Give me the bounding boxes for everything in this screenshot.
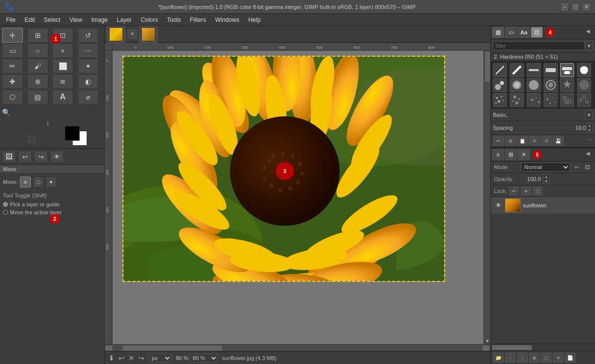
blend-tool[interactable]: ▤ [27,90,48,104]
foreground-color-swatch[interactable] [65,126,80,141]
brush-cell-8[interactable] [510,78,524,92]
mode-history-btn[interactable]: ↩ [572,163,581,172]
panel-scrollbar[interactable] [491,344,595,351]
layer-up-btn[interactable]: ↑ [505,353,516,363]
undo-button[interactable]: ↩ [18,151,32,163]
clone-tool[interactable]: ⊕ [27,74,48,89]
brush-edit-btn[interactable]: ✏ [493,136,504,146]
menu-tools[interactable]: Tools [163,15,185,24]
vertical-scrollbar[interactable]: ▼ [483,51,490,344]
radio-move-active-btn[interactable] [3,210,8,215]
menu-layer[interactable]: Layer [113,15,136,24]
brush-cell-4[interactable] [544,63,558,77]
minimize-button[interactable]: – [560,2,569,11]
heal-tool[interactable]: ✚ [2,74,23,89]
layers-paths-tab[interactable]: ⊞ [505,149,517,160]
layer-visible-btn[interactable]: 👁 [494,201,503,210]
redo-button[interactable]: ↪ [34,151,48,163]
radio-pick-layer[interactable]: Pick a layer or guide [3,200,101,208]
brush-cell-2[interactable] [510,63,524,77]
new-layer-btn[interactable]: 📄 [565,353,576,363]
airbrush-tool[interactable]: ✦ [78,59,99,74]
new-image-button[interactable]: 🖼 [2,151,16,163]
brush-cell-12[interactable] [577,78,591,92]
maximize-button[interactable]: □ [571,2,580,11]
lock-pixels-btn[interactable]: ✏ [509,186,519,195]
vscroll-down[interactable]: ▼ [484,337,490,344]
brush-dynamics-tab[interactable]: ⊡ [531,27,543,38]
ellipse-select[interactable]: ○ [27,43,48,58]
radio-pick-layer-btn[interactable] [3,202,8,207]
brush-cell-13[interactable] [493,93,507,107]
spacing-up[interactable]: ▲ [587,123,593,128]
zoom-selector[interactable]: 80 % 100 % 50 % [189,354,218,363]
brush-cell-3[interactable] [527,63,541,77]
brush-cell-15[interactable]: ✦+ +✦ [527,93,541,107]
brush-cell-11[interactable] [560,78,574,92]
delete-layer-btn[interactable]: ✕ [553,353,564,363]
move-tool[interactable]: ✛ [2,28,23,43]
brush-cell-9[interactable] [527,78,541,92]
brush-filter-input[interactable] [493,41,585,50]
menu-file[interactable]: File [2,15,19,24]
color-picker[interactable]: ⌀ [78,90,99,104]
brush-more-dots[interactable]: ··· [587,136,593,146]
smudge-tool[interactable]: ≋ [52,74,73,89]
menu-image[interactable]: Image [87,15,112,24]
move-layer-icon[interactable]: ≡ [20,177,31,187]
eraser-tool[interactable]: ⬜ [52,59,73,74]
color-reset-button[interactable]: ⬛ [27,135,36,143]
brush-refresh-btn[interactable]: ↺ [541,136,552,146]
panel-expand-btn[interactable]: ◀ [586,28,594,36]
layers-channels-tab[interactable]: ≡ [492,149,504,160]
image-tab-close[interactable]: ✕ [127,29,137,39]
spacing-spinner[interactable]: ▲ ▼ [586,123,593,133]
brush-cell-16[interactable]: ✦+ ✦+ [544,93,558,107]
menu-filters[interactable]: Filters [186,15,210,24]
spacing-down[interactable]: ▼ [587,128,593,132]
canvas-background[interactable]: 3 ▼ [113,51,490,344]
horizontal-scrollbar[interactable] [105,344,490,351]
menu-select[interactable]: Select [40,15,64,24]
pencil-tool[interactable]: ✏ [2,59,23,74]
new-group-btn[interactable]: 📁 [493,353,504,363]
hscroll-thumb[interactable] [122,346,222,351]
panel-scroll-thumb[interactable] [492,345,532,350]
filter-dropdown-btn[interactable]: ▼ [585,41,593,51]
menu-edit[interactable]: Edit [20,15,39,24]
color-swap-button[interactable]: ↕ [46,119,50,127]
move-selection-icon[interactable]: □ [33,177,44,187]
layer-down-btn[interactable]: ↓ [517,353,528,363]
brush-brushes-tab[interactable]: Aa [518,27,530,38]
brush-cell-14[interactable] [510,93,524,107]
layer-item[interactable]: 👁 sunflower. [491,197,595,214]
layers-expand-btn[interactable]: ◀ [586,151,594,159]
menu-view[interactable]: View [65,15,86,24]
duplicate-layer-btn[interactable]: ⊕ [529,353,540,363]
close-button[interactable]: ✕ [582,2,591,11]
menu-windows[interactable]: Windows [211,15,243,24]
lock-alpha-btn[interactable]: ⬡ [533,186,543,195]
brush-cell-1[interactable] [493,63,507,77]
hscroll-left-btn[interactable] [106,346,113,351]
brush-patterns-tab[interactable]: ▦ [492,27,504,38]
mode-random-btn[interactable]: ⚄ [583,163,592,172]
brush-cell-18[interactable] [577,93,591,107]
brush-cell-17[interactable] [560,93,574,107]
merge-layer-btn[interactable]: ⬡ [541,353,552,363]
paintbrush-tool[interactable]: 🖌 [27,59,48,74]
rotate-tool[interactable]: ↺ [78,28,99,43]
brush-delete-btn[interactable]: ✕ [529,136,540,146]
menu-help[interactable]: Help [244,15,265,24]
brush-gradients-tab[interactable]: ▭ [505,27,517,38]
brush-cell-5[interactable] [560,63,574,77]
blend-mode-select[interactable]: Normal Multiply Screen Overlay [521,163,570,172]
fuzzy-select[interactable]: ⋯ [78,43,99,58]
close-tab-icon[interactable]: ✕ [130,31,134,37]
opacity-up[interactable]: ▲ [543,175,549,179]
unit-selector[interactable]: px mm inch [148,354,172,363]
bucket-tool[interactable]: ⬡ [2,90,23,104]
dodge-tool[interactable]: ◐ [78,74,99,89]
brush-save-btn[interactable]: 💾 [553,136,564,146]
canvas-image-border[interactable]: 3 [122,56,445,282]
